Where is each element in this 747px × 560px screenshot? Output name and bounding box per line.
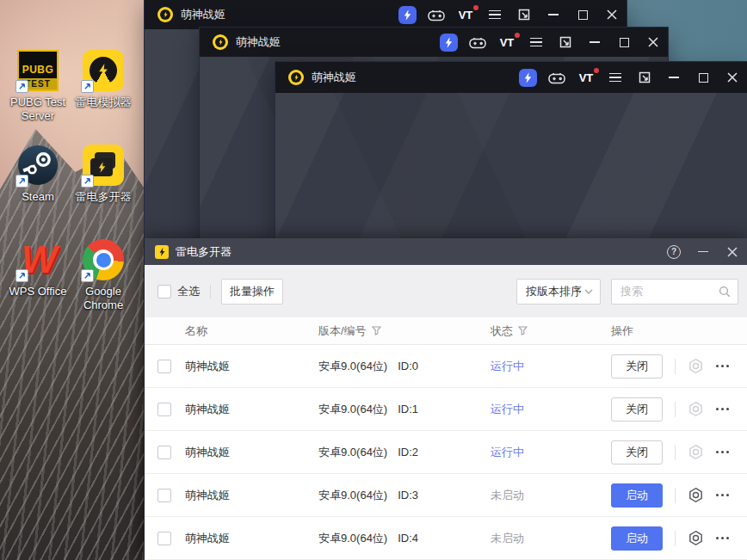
sort-select-value: 按版本排序 (526, 284, 584, 299)
menu-icon[interactable] (480, 0, 509, 29)
wps-office-icon: W (17, 239, 59, 280)
boost-icon[interactable] (392, 0, 422, 29)
more-options-icon[interactable] (716, 365, 729, 367)
gamepad-icon[interactable] (463, 28, 492, 57)
settings-gear-icon[interactable] (688, 358, 704, 374)
status-badge: 运行中 (491, 359, 524, 374)
instance-id: ID:3 (398, 489, 418, 502)
close-icon[interactable] (718, 62, 747, 93)
select-all-checkbox[interactable] (157, 285, 171, 298)
ldplayer-logo-icon (157, 7, 173, 22)
start-button[interactable]: 启动 (611, 526, 663, 551)
more-options-icon[interactable] (716, 408, 729, 410)
emulator-titlebar: 萌神战姬 VT (145, 0, 627, 29)
desktop-icon-ldplayer[interactable]: 雷电模拟器 (67, 50, 139, 109)
minimize-icon[interactable] (688, 238, 718, 265)
shortcut-arrow-icon (81, 80, 94, 93)
menu-icon[interactable] (601, 62, 630, 93)
emulator-titlebar: 萌神战姬 VT (275, 62, 747, 93)
instance-version: 安卓9.0(64位) (318, 488, 387, 503)
manager-titlebar: 雷电多开器 ? (145, 238, 747, 265)
window-title: 萌神战姬 (181, 7, 225, 22)
instance-name: 萌神战姬 (185, 488, 318, 503)
desktop-icon-label: 雷电模拟器 (76, 95, 132, 109)
popout-icon[interactable] (630, 62, 659, 93)
popout-icon[interactable] (509, 0, 539, 29)
help-icon[interactable]: ? (659, 238, 688, 265)
row-divider (675, 531, 676, 546)
vt-indicator[interactable]: VT (451, 0, 480, 29)
start-button[interactable]: 启动 (611, 483, 663, 508)
batch-operations-button[interactable]: 批量操作 (221, 279, 283, 305)
toolbar-divider (210, 285, 211, 298)
close-icon[interactable] (597, 0, 627, 29)
minimize-icon[interactable] (539, 0, 568, 29)
shortcut-arrow-icon (15, 80, 28, 93)
ldplayer-logo-icon (288, 70, 304, 85)
vt-indicator[interactable]: VT (492, 28, 522, 57)
ld-multiplayer-titlebar-icon (155, 245, 169, 259)
stop-button[interactable]: 关闭 (611, 397, 663, 422)
search-icon (719, 286, 731, 298)
stop-button[interactable]: 关闭 (611, 440, 663, 465)
instance-id: ID:2 (398, 446, 418, 458)
status-badge: 未启动 (491, 531, 524, 546)
settings-gear-icon[interactable] (688, 444, 704, 460)
minimize-icon[interactable] (659, 62, 688, 93)
close-icon[interactable] (718, 238, 747, 265)
row-checkbox[interactable] (157, 446, 171, 459)
desktop-icon-google-chrome[interactable]: Google Chrome (67, 239, 139, 313)
status-badge: 未启动 (491, 488, 524, 503)
boost-icon[interactable] (434, 28, 463, 57)
instance-version: 安卓9.0(64位) (318, 359, 387, 374)
more-options-icon[interactable] (716, 537, 729, 539)
minimize-icon[interactable] (580, 28, 609, 57)
search-input[interactable] (620, 285, 719, 298)
instance-version: 安卓9.0(64位) (318, 402, 387, 417)
desktop-icon-ld-multiplayer[interactable]: 雷电多开器 (67, 145, 139, 204)
stop-button[interactable]: 关闭 (611, 354, 663, 378)
status-badge: 运行中 (491, 445, 524, 460)
desktop-icon-label: 雷电多开器 (76, 190, 132, 204)
menu-icon[interactable] (522, 28, 551, 57)
close-icon[interactable] (639, 28, 668, 57)
table-header: 名称 版本/编号 状态 操作 (145, 317, 747, 345)
header-version: 版本/编号 (318, 323, 367, 339)
maximize-icon[interactable] (568, 0, 597, 29)
settings-gear-icon[interactable] (688, 487, 704, 503)
pubg-icon-wordmark: PUBG (22, 64, 54, 76)
instance-name: 萌神战姬 (185, 402, 318, 417)
gamepad-icon[interactable] (422, 0, 451, 29)
row-checkbox[interactable] (157, 532, 171, 545)
desktop-icon-steam[interactable]: Steam (2, 145, 74, 204)
filter-icon[interactable] (518, 326, 528, 335)
maximize-icon[interactable] (609, 28, 639, 57)
instance-id: ID:0 (398, 360, 418, 372)
sort-select[interactable]: 按版本排序 (516, 279, 601, 305)
row-checkbox[interactable] (157, 489, 171, 502)
row-checkbox[interactable] (157, 403, 171, 416)
search-box[interactable] (611, 279, 738, 305)
row-divider (675, 402, 676, 417)
more-options-icon[interactable] (716, 494, 729, 496)
instance-row: 萌神战姬 安卓9.0(64位) ID:2 运行中 关闭 (145, 431, 747, 474)
settings-gear-icon[interactable] (688, 530, 704, 546)
vt-indicator[interactable]: VT (571, 62, 601, 93)
ld-multiplayer-icon (83, 145, 124, 186)
settings-gear-icon[interactable] (688, 401, 704, 417)
more-options-icon[interactable] (716, 451, 729, 453)
filter-icon[interactable] (372, 326, 381, 335)
gamepad-icon[interactable] (542, 62, 571, 93)
boost-icon[interactable] (513, 62, 542, 93)
chevron-down-icon (584, 289, 593, 294)
instance-id: ID:1 (398, 403, 418, 415)
instance-version: 安卓9.0(64位) (318, 531, 387, 546)
desktop-icon-label: PUBG Test Server (2, 95, 74, 124)
popout-icon[interactable] (551, 28, 580, 57)
desktop-icon-area: PUBG TEST PUBG Test Server 雷电模拟器 (0, 0, 145, 560)
ldplayer-logo-icon (213, 34, 228, 50)
desktop-icon-wps-office[interactable]: W WPS Office (2, 239, 74, 298)
desktop-icon-pubg-test-server[interactable]: PUBG TEST PUBG Test Server (2, 50, 74, 124)
row-checkbox[interactable] (157, 360, 171, 373)
maximize-icon[interactable] (688, 62, 718, 93)
